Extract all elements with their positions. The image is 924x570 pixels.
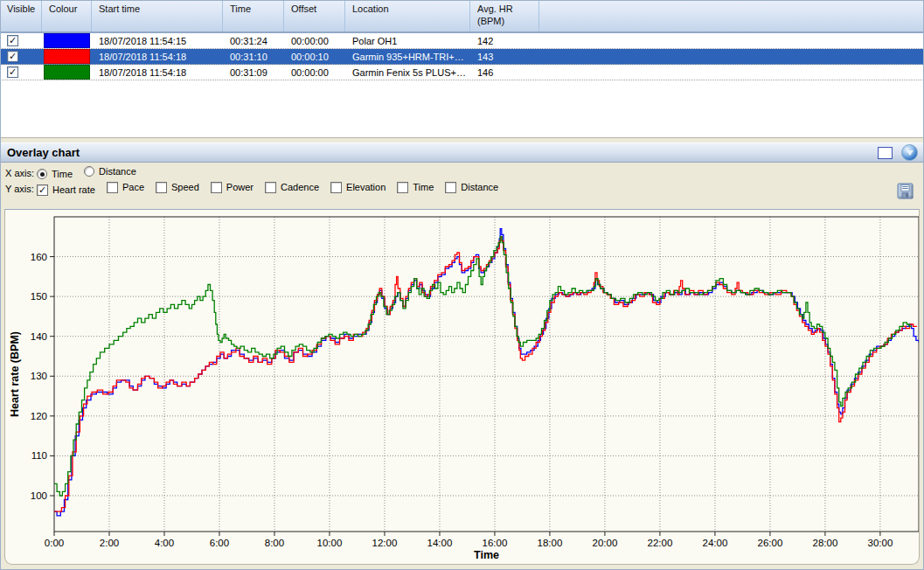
series-garmin-935-hrm-tri: [54, 237, 917, 511]
avg-hr-cell: 143: [470, 52, 539, 62]
colour-cell: [42, 32, 92, 49]
time-cell: 00:31:09: [223, 67, 284, 78]
y-axis-option-cadence[interactable]: Cadence: [265, 182, 319, 193]
x-axis-option-time[interactable]: Time: [37, 169, 73, 179]
y-axis-label: Y axis:: [5, 184, 37, 194]
y-axis-option-pace[interactable]: Pace: [107, 182, 144, 193]
checkbox-icon[interactable]: [397, 182, 408, 193]
visible-cell: ✓: [0, 35, 42, 46]
series-garmin-fenix-5s-plus: [54, 237, 912, 496]
checkbox-icon[interactable]: [107, 182, 118, 193]
column-header[interactable]: Colour: [42, 0, 92, 31]
y-axis-option-elevation[interactable]: Elevation: [330, 182, 386, 193]
x-tick-label: 16:00: [483, 538, 508, 548]
checkbox-icon[interactable]: [156, 182, 167, 193]
y-axis-option-distance[interactable]: Distance: [445, 182, 498, 193]
visible-cell: ✓: [0, 66, 42, 78]
time-cell: 00:31:10: [223, 52, 284, 62]
table-row[interactable]: ✓18/07/2018 11:54:1800:31:0900:00:00Garm…: [0, 65, 924, 80]
colour-swatch[interactable]: [44, 65, 90, 80]
location-cell: Garmin Fenix 5s PLUS+…: [345, 67, 470, 78]
table-row[interactable]: ✓18/07/2018 11:54:1800:31:1000:00:10Garm…: [0, 49, 924, 65]
visible-checkbox[interactable]: ✓: [7, 51, 18, 62]
column-header[interactable]: Location: [345, 0, 470, 31]
option-label: Time: [413, 182, 434, 192]
overlay-chart[interactable]: 1001101201301401501600:002:004:006:008:0…: [4, 209, 920, 565]
column-header[interactable]: Offset: [284, 0, 345, 31]
y-axis-row: Y axis: ✓Heart ratePaceSpeedPowerCadence…: [5, 181, 510, 196]
y-tick-label: 140: [31, 331, 47, 342]
x-tick-label: 18:00: [538, 538, 563, 548]
visible-checkbox[interactable]: ✓: [7, 35, 18, 46]
x-tick-label: 10:00: [317, 538, 343, 548]
x-axis-option-distance[interactable]: Distance: [84, 166, 136, 177]
panel-title: Overlay chart: [0, 146, 80, 159]
colour-cell: [42, 64, 92, 80]
collapse-panel-button[interactable]: [901, 144, 918, 161]
overlay-chart-header[interactable]: Overlay chart: [0, 142, 924, 163]
checkbox-icon[interactable]: [265, 182, 276, 193]
chevron-down-icon: [907, 150, 914, 156]
x-tick-label: 2:00: [100, 538, 119, 548]
option-label: Distance: [99, 166, 136, 177]
option-label: Cadence: [281, 182, 319, 192]
start-time-cell: 18/07/2018 11:54:18: [92, 52, 223, 62]
x-tick-label: 4:00: [155, 538, 174, 548]
x-tick-label: 20:00: [593, 538, 618, 548]
checkbox-icon[interactable]: [445, 182, 456, 193]
offset-cell: 00:00:00: [284, 36, 345, 46]
option-label: Heart rate: [52, 184, 95, 195]
column-header-filler: [539, 0, 924, 31]
column-header[interactable]: Avg. HR (BPM): [470, 0, 539, 31]
checkbox-icon[interactable]: [211, 182, 222, 193]
x-tick-label: 26:00: [758, 538, 783, 548]
option-label: Pace: [122, 182, 144, 192]
visible-checkbox[interactable]: ✓: [7, 66, 18, 78]
x-tick-label: 6:00: [210, 538, 229, 548]
colour-cell: [42, 48, 92, 65]
x-tick-label: 8:00: [265, 538, 284, 548]
y-axis-option-time[interactable]: Time: [397, 182, 434, 193]
offset-cell: 00:00:10: [284, 52, 345, 62]
table-header: VisibleColourStart timeTimeOffsetLocatio…: [0, 0, 924, 33]
x-tick-label: 28:00: [813, 538, 838, 548]
save-chart-button[interactable]: [897, 183, 914, 200]
avg-hr-cell: 146: [470, 67, 539, 78]
x-tick-label: 22:00: [648, 538, 673, 548]
plot-border: [54, 217, 919, 532]
location-cell: Polar OH1: [345, 36, 470, 46]
visible-cell: ✓: [0, 51, 42, 62]
x-tick-label: 0:00: [45, 538, 64, 548]
y-axis-option-speed[interactable]: Speed: [156, 182, 199, 193]
recordings-table: VisibleColourStart timeTimeOffsetLocatio…: [0, 0, 924, 138]
y-tick-label: 110: [31, 450, 47, 461]
checkbox-icon[interactable]: [330, 182, 342, 193]
radio-icon[interactable]: [84, 166, 94, 177]
x-axis-title: Time: [474, 549, 499, 561]
split-panel-icon[interactable]: [878, 147, 893, 159]
colour-swatch[interactable]: [44, 49, 90, 64]
y-axis-option-heart-rate[interactable]: ✓Heart rate: [37, 184, 95, 196]
x-tick-label: 30:00: [868, 538, 893, 548]
offset-cell: 00:00:00: [284, 67, 345, 78]
y-axis-option-power[interactable]: Power: [211, 182, 254, 193]
start-time-cell: 18/07/2018 11:54:15: [92, 36, 223, 46]
x-axis-label: X axis:: [5, 168, 37, 178]
option-label: Elevation: [346, 182, 386, 192]
x-tick-label: 12:00: [372, 538, 398, 548]
column-header[interactable]: Start time: [92, 0, 223, 31]
y-tick-label: 120: [31, 411, 47, 421]
checkbox-icon[interactable]: ✓: [37, 184, 48, 196]
avg-hr-cell: 142: [470, 36, 539, 46]
colour-swatch[interactable]: [44, 33, 90, 48]
y-tick-label: 160: [31, 252, 47, 262]
series-polar-oh1: [54, 229, 919, 516]
table-row[interactable]: ✓18/07/2018 11:54:1500:31:2400:00:00Pola…: [0, 33, 924, 49]
location-cell: Garmin 935+HRM-TRI+…: [345, 52, 470, 62]
x-axis-row: X axis: TimeDistance: [5, 165, 510, 180]
column-header[interactable]: Visible: [0, 0, 42, 31]
column-header[interactable]: Time: [223, 0, 284, 31]
option-label: Power: [226, 182, 254, 192]
radio-icon[interactable]: [37, 169, 47, 179]
y-axis-title: Heart rate (BPM): [9, 331, 21, 417]
